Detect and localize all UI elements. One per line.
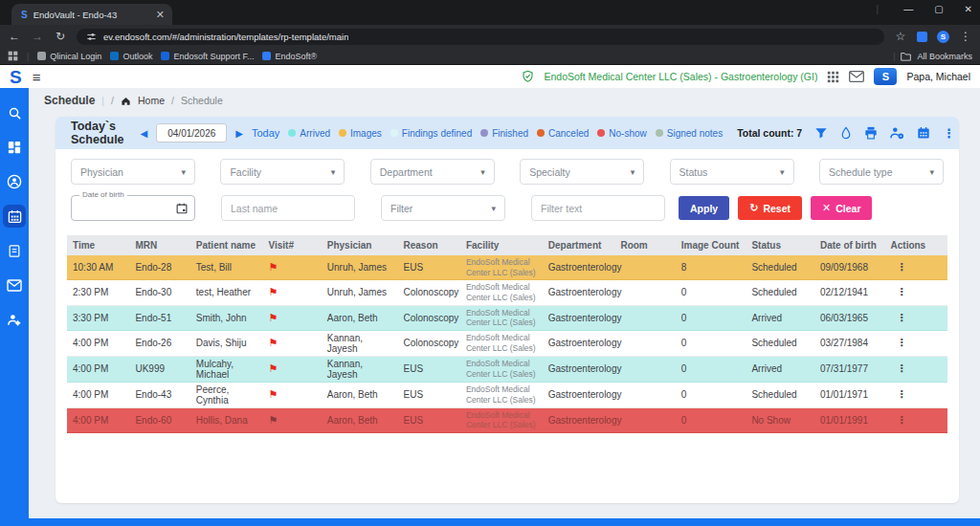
- column-header[interactable]: Status: [746, 235, 814, 255]
- table-row[interactable]: 10:30 AM Endo-28 Test, Bill ⚑ Unruh, Jam…: [67, 255, 947, 280]
- cell-mrn: Endo-51: [129, 305, 189, 330]
- hamburger-menu-icon[interactable]: ≡: [33, 69, 41, 85]
- filter-text-input[interactable]: [531, 195, 665, 221]
- app-grid-icon[interactable]: [827, 71, 839, 83]
- sidebar-item-patients[interactable]: [0, 164, 29, 199]
- filter-select[interactable]: Facility ▾: [220, 159, 345, 185]
- calendar-icon[interactable]: [176, 203, 188, 214]
- filter-select[interactable]: Physician ▾: [71, 159, 195, 185]
- more-options-icon[interactable]: ⋮: [943, 127, 955, 140]
- window-maximize-button[interactable]: ▢: [934, 4, 943, 14]
- column-header[interactable]: Department: [543, 235, 615, 255]
- column-header[interactable]: Room: [614, 235, 675, 255]
- reload-button[interactable]: ↻: [54, 30, 67, 43]
- tab-close-icon[interactable]: ✕: [156, 9, 165, 21]
- bookmark-item[interactable]: EndoSoft®: [262, 52, 317, 61]
- cell-room: [614, 280, 675, 305]
- row-actions-button[interactable]: ⋮: [885, 305, 947, 330]
- table-row[interactable]: 4:00 PM Endo-26 Davis, Shiju ⚑ Kannan, J…: [67, 330, 947, 356]
- bookmark-star-icon[interactable]: ☆: [894, 30, 907, 43]
- row-actions-button[interactable]: ⋮: [885, 255, 947, 280]
- endosoft-extension-icon[interactable]: S: [937, 31, 949, 43]
- row-actions-button[interactable]: ⋮: [885, 407, 947, 432]
- cell-room: [614, 305, 675, 330]
- row-actions-button[interactable]: ⋮: [885, 330, 947, 356]
- ink-drop-icon[interactable]: [840, 126, 852, 140]
- address-bar[interactable]: ev.endosoft.com/#/administration/templat…: [77, 29, 884, 45]
- filter-dropdown[interactable]: Filter ▾: [381, 195, 505, 221]
- date-input[interactable]: [156, 123, 227, 142]
- apply-button[interactable]: Apply: [679, 196, 729, 220]
- site-settings-icon[interactable]: [86, 32, 97, 42]
- last-name-input[interactable]: [221, 195, 355, 221]
- today-link[interactable]: Today: [252, 127, 279, 139]
- home-icon[interactable]: [121, 96, 131, 106]
- table-row[interactable]: 4:00 PM Endo-43 Peerce, Cynthia ⚑ Aaron,…: [67, 382, 947, 407]
- column-header[interactable]: MRN: [129, 235, 189, 255]
- mail-icon[interactable]: [849, 71, 864, 82]
- sidebar-item-schedule[interactable]: [0, 199, 29, 233]
- sidebar-item-search[interactable]: [0, 96, 29, 130]
- next-day-button[interactable]: ▶: [235, 128, 243, 139]
- table-row[interactable]: 4:00 PM UK999 Mulcahy, Michael ⚑ Kannan,…: [67, 356, 947, 382]
- row-actions-button[interactable]: ⋮: [885, 382, 947, 407]
- filter-select[interactable]: Specialty ▾: [520, 159, 644, 185]
- column-header[interactable]: Image Count: [676, 235, 746, 255]
- organization-label[interactable]: EndoSoft Medical Center LLC (Sales) - Ga…: [544, 71, 817, 82]
- column-header[interactable]: Time: [67, 235, 129, 255]
- column-header[interactable]: Actions: [885, 235, 947, 255]
- row-actions-button[interactable]: ⋮: [885, 280, 947, 305]
- calendar-icon[interactable]: [917, 126, 930, 140]
- cell-image-count: 8: [676, 255, 746, 280]
- bookmark-label: Outlook: [122, 52, 152, 61]
- forward-button[interactable]: →: [31, 30, 44, 43]
- filter-select[interactable]: Department ▾: [370, 159, 495, 185]
- row-actions-button[interactable]: ⋮: [885, 356, 947, 382]
- column-header[interactable]: Visit#: [262, 235, 321, 255]
- sidebar-item-worklist[interactable]: [0, 233, 29, 268]
- sidebar-item-dashboard[interactable]: [0, 130, 29, 164]
- browser-menu-icon[interactable]: ⋮: [959, 30, 972, 43]
- cell-room: [614, 382, 675, 407]
- filter-row-1: Physician ▾ Facility ▾ Department ▾ Spec…: [71, 159, 944, 185]
- browser-tab[interactable]: S EndoVault - Endo-43 ✕: [11, 4, 172, 25]
- sidebar-item-messages[interactable]: [0, 268, 29, 302]
- filter-select[interactable]: Status ▾: [670, 159, 794, 185]
- breadcrumb-home[interactable]: Home: [138, 95, 165, 106]
- all-bookmarks[interactable]: | All Bookmarks: [893, 52, 972, 61]
- cell-patient-name: test, Heather: [190, 280, 263, 305]
- filter-icon[interactable]: [814, 127, 828, 140]
- column-header[interactable]: Physician: [322, 235, 398, 255]
- user-avatar[interactable]: S: [874, 68, 897, 85]
- user-name[interactable]: Papa, Michael: [906, 71, 970, 82]
- print-icon[interactable]: [864, 126, 878, 140]
- extension-icon[interactable]: [917, 32, 927, 42]
- chevron-down-icon: ▾: [480, 167, 485, 177]
- filter-select-label: Status: [679, 166, 708, 178]
- bookmark-item[interactable]: Endosoft Support F...: [161, 52, 254, 61]
- window-close-button[interactable]: ✕: [965, 4, 972, 14]
- window-minimize-button[interactable]: —: [903, 4, 913, 14]
- filter-select[interactable]: Schedule type ▾: [819, 159, 944, 185]
- cell-facility: EndoSoft Medical Center LLC (Sales): [460, 407, 543, 432]
- date-of-birth-field[interactable]: Date of birth: [71, 195, 195, 221]
- column-header[interactable]: Reason: [397, 235, 459, 255]
- column-header[interactable]: Facility: [460, 235, 543, 255]
- add-patient-icon[interactable]: [890, 126, 904, 140]
- table-row[interactable]: 2:30 PM Endo-30 test, Heather ⚑ Unruh, J…: [67, 280, 947, 305]
- column-header[interactable]: Patient name: [190, 235, 263, 255]
- table-row[interactable]: 4:00 PM Endo-60 Hollis, Dana ⚑ Aaron, Be…: [67, 407, 947, 432]
- table-row[interactable]: 3:30 PM Endo-51 Smith, John ⚑ Aaron, Bet…: [67, 305, 947, 330]
- bookmark-item[interactable]: Outlook: [110, 52, 152, 61]
- apps-grid-icon[interactable]: [8, 51, 18, 61]
- sidebar-item-user-settings[interactable]: [0, 302, 29, 337]
- previous-day-button[interactable]: ◀: [141, 128, 148, 139]
- clear-button[interactable]: ✕Clear: [811, 196, 872, 220]
- column-header[interactable]: Date of birth: [814, 235, 885, 255]
- back-button[interactable]: ←: [8, 30, 21, 43]
- legend-dot: [537, 129, 545, 137]
- cell-department: Gastroenterology: [543, 407, 615, 432]
- cell-department: Gastroenterology: [543, 382, 615, 407]
- reset-button[interactable]: ↻Reset: [738, 196, 802, 220]
- bookmark-item[interactable]: Qlinical Login: [37, 52, 101, 61]
